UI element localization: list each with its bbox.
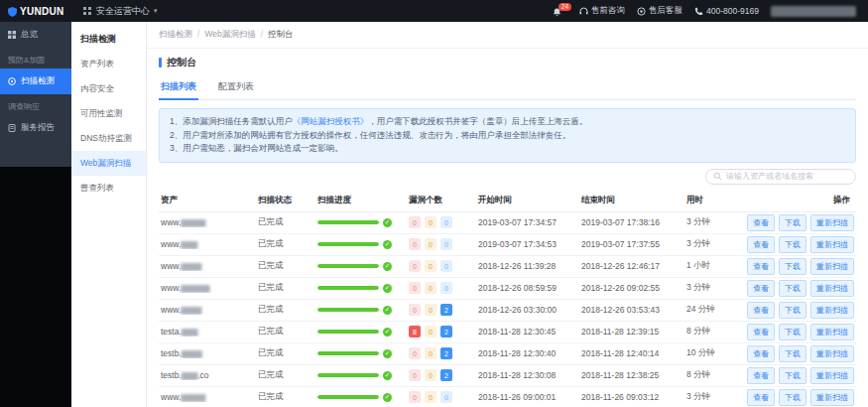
progress-complete-icon: ✓: [383, 284, 392, 293]
rescan-button[interactable]: 重新扫描: [810, 367, 854, 384]
rescan-button[interactable]: 重新扫描: [810, 214, 854, 231]
asset-prefix: testa.: [161, 327, 182, 337]
scan-progress-cell: ✓: [317, 306, 409, 315]
tab[interactable]: 扫描列表: [159, 76, 198, 100]
asset-cell: www.█████: [159, 305, 258, 315]
end-time: 2018-12-26 09:02:55: [581, 283, 686, 293]
scan-status: 已完成: [258, 216, 317, 228]
support-phone: 400-800-9169: [694, 6, 759, 16]
view-button[interactable]: 查看: [747, 280, 775, 297]
progress-complete-icon: ✓: [383, 371, 392, 380]
download-button[interactable]: 下载: [779, 345, 806, 362]
aftersale-link[interactable]: 售后客服: [637, 5, 682, 17]
duration: 10 分钟: [686, 347, 744, 359]
tab[interactable]: 配置列表: [216, 76, 256, 99]
submenu-item[interactable]: 普查列表: [71, 176, 146, 201]
app-switcher[interactable]: 安全运营中心 ▾: [71, 0, 170, 22]
rescan-button[interactable]: 重新扫描: [810, 324, 854, 340]
scan-progress-cell: ✓: [317, 371, 409, 380]
download-button[interactable]: 下载: [779, 302, 806, 319]
view-button[interactable]: 查看: [747, 214, 775, 231]
submenu-item[interactable]: Web漏洞扫描: [71, 151, 146, 176]
end-time: 2018-12-26 12:46:17: [581, 261, 686, 271]
notifications-button[interactable]: 24: [553, 7, 567, 16]
asset-prefix: www.: [161, 283, 181, 293]
table-row: www.█████已完成✓0022018-12-26 03:30:002018-…: [159, 300, 856, 322]
breadcrumb-item[interactable]: 控制台: [268, 29, 294, 41]
vuln-badge-high: 0: [409, 304, 421, 316]
asset-masked: ████: [182, 329, 197, 336]
asset-cell: testb.█████: [159, 348, 258, 358]
download-button[interactable]: 下载: [779, 214, 806, 231]
view-button[interactable]: 查看: [747, 236, 775, 253]
notice-line: 2、用户需对所添加的网站拥有官方授权的操作权，任何违法违规、攻击行为，将由用户承…: [170, 129, 845, 143]
scan-status: 已完成: [258, 282, 317, 294]
vuln-badge-high: 0: [409, 369, 421, 381]
submenu-item[interactable]: 内容安全: [71, 76, 146, 101]
rescan-button[interactable]: 重新扫描: [810, 345, 854, 362]
asset-masked: █████: [181, 307, 201, 314]
search-box[interactable]: [705, 169, 856, 185]
sidebar-item-scan-detection[interactable]: 扫描检测: [0, 68, 71, 94]
asset-masked: ██████: [181, 394, 205, 401]
rescan-button[interactable]: 重新扫描: [810, 258, 854, 275]
asset-masked: ██████: [181, 219, 205, 226]
start-time: 2018-11-28 12:30:45: [478, 327, 581, 337]
table-row: www.█████已完成✓0002018-12-26 11:39:282018-…: [159, 256, 856, 278]
vuln-badge-low: 0: [440, 391, 452, 403]
duration: 24 分钟: [686, 304, 744, 316]
breadcrumb-item[interactable]: 扫描检测: [159, 29, 192, 41]
table-header: 资产扫描状态扫描进度漏洞个数开始时间结束时间用时操作: [159, 190, 856, 212]
submenu-item[interactable]: 资产列表: [71, 52, 146, 76]
asset-prefix: testb.: [161, 370, 182, 380]
download-button[interactable]: 下载: [779, 324, 806, 340]
page-title: 控制台: [167, 56, 196, 69]
asset-masked: ███████: [181, 285, 209, 292]
view-button[interactable]: 查看: [747, 324, 775, 340]
scan-progress-cell: ✓: [317, 349, 409, 358]
logo[interactable]: YUNDUN: [0, 6, 71, 17]
rescan-button[interactable]: 重新扫描: [810, 302, 854, 319]
search-input[interactable]: [726, 172, 848, 181]
presale-link[interactable]: 售前咨询: [579, 5, 625, 17]
row-actions: 查看下载重新扫描: [744, 258, 856, 275]
asset-masked: ████: [182, 372, 197, 379]
submenu-item[interactable]: DNS劫持监测: [71, 126, 146, 151]
progress-complete-icon: ✓: [383, 328, 392, 337]
duration: 3 分钟: [686, 391, 744, 403]
asset-prefix: www.: [161, 239, 181, 249]
rescan-button[interactable]: 重新扫描: [810, 236, 854, 253]
submenu-title: 扫描检测: [71, 26, 146, 52]
view-button[interactable]: 查看: [747, 389, 775, 406]
sidebar-item-service-report[interactable]: 服务报告: [0, 115, 71, 141]
view-button[interactable]: 查看: [747, 258, 775, 275]
duration: 3 分钟: [686, 282, 744, 294]
download-button[interactable]: 下载: [779, 389, 806, 406]
download-button[interactable]: 下载: [779, 367, 806, 384]
view-button[interactable]: 查看: [747, 302, 775, 319]
sidebar-item-overview[interactable]: 总览: [0, 22, 71, 48]
submenu-item[interactable]: 可用性监测: [71, 101, 146, 126]
sidebar-item-label: 服务报告: [21, 122, 55, 134]
breadcrumb-item[interactable]: Web漏洞扫描: [204, 29, 255, 41]
table-row: testb.████.co已完成✓0022018-11-28 12:30:082…: [159, 365, 856, 387]
logo-text: YUNDUN: [20, 6, 64, 17]
user-info-masked[interactable]: [771, 6, 856, 17]
view-button[interactable]: 查看: [747, 345, 775, 362]
download-button[interactable]: 下载: [779, 280, 806, 297]
progress-fill: [317, 308, 379, 312]
download-button[interactable]: 下载: [779, 258, 806, 275]
rescan-button[interactable]: 重新扫描: [810, 280, 854, 297]
download-button[interactable]: 下载: [779, 236, 806, 253]
top-right-group: 24 售前咨询 售后客服 400-800-9169: [553, 5, 868, 17]
progress-fill: [317, 220, 379, 224]
view-button[interactable]: 查看: [747, 367, 775, 384]
rescan-button[interactable]: 重新扫描: [810, 389, 854, 406]
authorization-doc-link[interactable]: 《网站漏扫授权书》: [293, 116, 369, 126]
progress-fill: [317, 264, 379, 268]
duration: 1 小时: [686, 260, 744, 272]
breadcrumb: 扫描检测/Web漏洞扫描/控制台: [147, 22, 868, 49]
scan-progress-cell: ✓: [317, 262, 409, 271]
asset-masked: ████: [181, 241, 196, 248]
asset-cell: www.█████: [159, 261, 258, 271]
